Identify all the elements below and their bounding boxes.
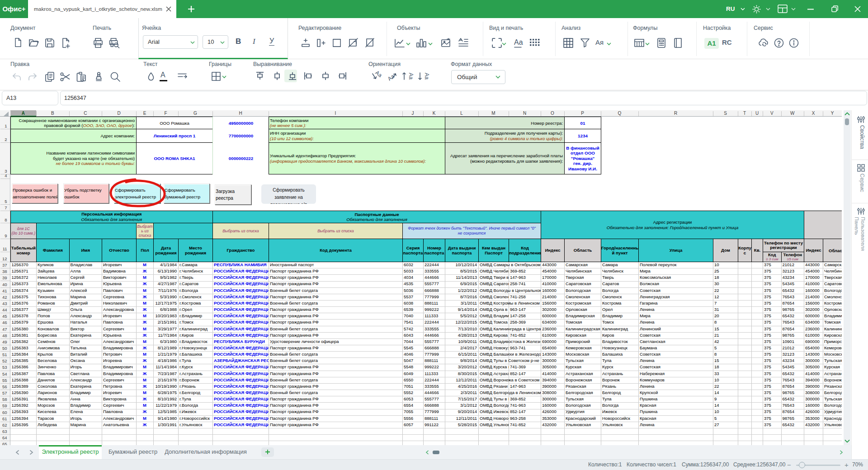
svg-text:Аа: Аа	[514, 38, 523, 46]
svg-text:Аа: Аа	[424, 73, 429, 80]
svg-text:Аа: Аа	[408, 73, 414, 80]
